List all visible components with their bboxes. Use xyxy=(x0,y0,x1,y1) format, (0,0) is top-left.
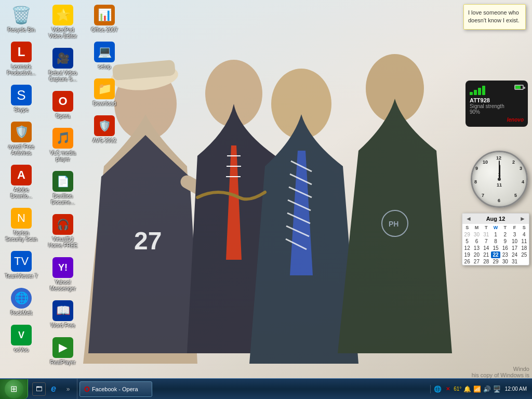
sticky-note-widget: I love someone who doesn't know I exist. xyxy=(463,4,526,30)
tray-monitor-icon[interactable]: 🖥️ xyxy=(493,385,501,393)
tray-security-icon[interactable]: 🔔 xyxy=(463,385,472,393)
desktop: 27 xyxy=(0,0,532,399)
taskbar-items: O Facebook - Opera xyxy=(77,379,430,399)
clock-face: 12 3 6 9 2 10 4 8 5 7 1 11 xyxy=(471,151,528,208)
icon-wordfree[interactable]: 📖 Word Free xyxy=(44,298,82,331)
icon-office2007[interactable]: 📊 Office 2007 xyxy=(86,3,123,35)
taskbar: ⊞ 🗔 e » O Facebook - Opera 🌐 ✕ 61° 🔔 📶 🔊 xyxy=(0,378,532,399)
start-button[interactable]: ⊞ xyxy=(0,379,28,399)
signal-ssid: ATT928 xyxy=(470,97,524,103)
icon-yahoo[interactable]: Y! Yahoo! Messenger xyxy=(44,255,82,294)
icon-adobe[interactable]: A Adobe Downlo... xyxy=(3,163,40,202)
tray-volume-icon[interactable]: 🔊 xyxy=(483,385,491,393)
signal-widget: ATT928 Signal strength 90% lenovo xyxy=(466,81,528,127)
icon-recycle-bin[interactable]: 🗑️ Recycle Bin xyxy=(3,3,40,35)
taskbar-item-icon: O xyxy=(84,385,90,393)
tray-x-icon[interactable]: ✕ xyxy=(444,385,452,393)
quick-launch-area: 🗔 e » xyxy=(30,379,77,399)
calendar-month: Aug 12 xyxy=(486,216,506,222)
icon-vlc[interactable]: 🎵 VLC media player xyxy=(44,126,82,165)
calendar-next[interactable]: ► xyxy=(520,215,526,222)
system-tray: 🌐 ✕ 61° 🔔 📶 🔊 🖥️ 12:00 AM xyxy=(430,385,532,393)
icon-setup[interactable]: 💻 setup xyxy=(86,39,123,72)
icon-videopad[interactable]: ⭐ VideoPad Video Editor xyxy=(44,3,82,42)
taskbar-item-opera[interactable]: O Facebook - Opera xyxy=(79,381,152,397)
desktop-icons: 🗑️ Recycle Bin L Lexmark Productivit... … xyxy=(3,3,158,371)
ql-more-icon[interactable]: » xyxy=(61,382,75,396)
icon-debut[interactable]: 🎥 Debut Video Capture S... xyxy=(44,46,82,85)
icon-lexmark[interactable]: L Lexmark Productivit... xyxy=(3,39,40,78)
minute-hand xyxy=(499,161,500,179)
tray-time[interactable]: 12:00 AM xyxy=(503,386,529,392)
icon-realplayer[interactable]: ▶ RealPlayer xyxy=(44,335,82,368)
taskbar-item-title: Facebook - Opera xyxy=(92,386,138,392)
clock-widget: 12 3 6 9 2 10 4 8 5 7 1 11 xyxy=(471,151,528,208)
signal-label: Signal strength xyxy=(470,103,524,109)
calendar-prev[interactable]: ◄ xyxy=(466,215,472,222)
icon-doxillion[interactable]: 📄 Doxillion Docume... xyxy=(44,169,82,208)
icon-rockmelt[interactable]: 🌐 RockMelt xyxy=(3,286,40,318)
icon-skype[interactable]: S Skype xyxy=(3,83,40,115)
signal-brand: lenovo xyxy=(470,117,524,123)
signal-strength: 90% xyxy=(470,109,524,115)
calendar-header: ◄ Aug 12 ► xyxy=(462,214,529,224)
icon-avg2012[interactable]: 🛡️ AVG 2012 xyxy=(86,113,123,146)
ql-ie-icon[interactable]: e xyxy=(47,382,60,396)
start-orb: ⊞ xyxy=(5,380,23,398)
windows-watermark: Windo his copy of Windows is xyxy=(472,366,529,378)
clock-center xyxy=(498,178,501,181)
icon-virtualdj[interactable]: 🎧 VirtualDJ Home FREE xyxy=(44,212,82,251)
icon-download[interactable]: 📁 Download xyxy=(86,76,123,109)
calendar-widget: ◄ Aug 12 ► S M T W T F S 29 30 31 1 2 3 … xyxy=(462,213,529,265)
calendar-table: S M T W T F S 29 30 31 1 2 3 4 5 6 7 xyxy=(462,224,529,265)
tray-network2-icon[interactable]: 📶 xyxy=(473,385,482,393)
icon-oovoo[interactable]: V ooVoo xyxy=(3,323,40,355)
windows-logo: ⊞ xyxy=(10,384,17,394)
icon-norton[interactable]: N Norton Security Scan xyxy=(3,206,40,245)
tray-network-icon[interactable]: 🌐 xyxy=(434,385,442,393)
ql-show-desktop[interactable]: 🗔 xyxy=(32,382,46,396)
tray-temp-icon: 61° xyxy=(454,385,462,393)
icon-avast[interactable]: 🛡️ avast! Free Antivirus xyxy=(3,119,40,158)
sticky-note-text: I love someone who doesn't know I exist. xyxy=(468,9,521,25)
icon-opera[interactable]: O Opera xyxy=(44,89,82,122)
icon-teamviewer[interactable]: TV TeamViewer 7 xyxy=(3,249,40,282)
